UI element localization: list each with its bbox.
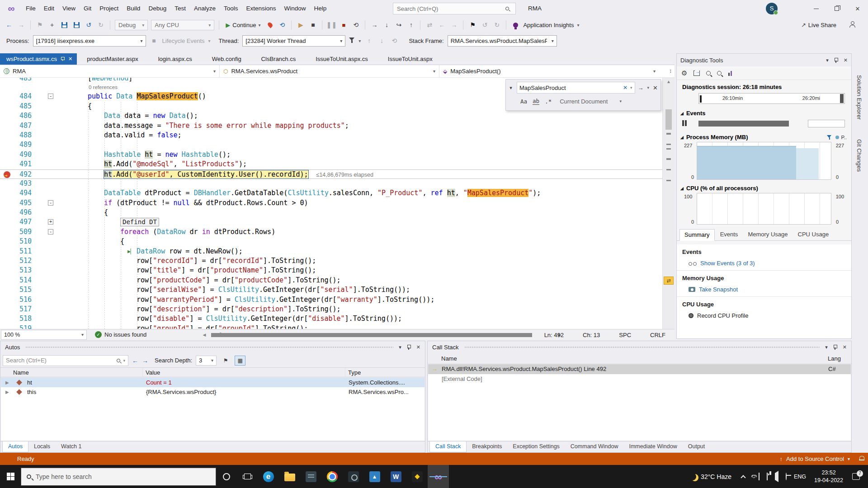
scrollbar-thumb[interactable] [665,109,672,130]
action-center-button[interactable]: 7 [852,473,860,480]
navigate-back-button[interactable]: ← [5,20,14,29]
add-user-icon[interactable] [849,21,855,29]
code-line-514[interactable]: 514row["productCode"] = dr["productCode"… [0,276,662,285]
document-tab-login.aspx.cs[interactable]: login.aspx.cs [148,53,202,65]
code-line-516[interactable]: 516row["warrantyPeriod"] = ClsUtility.Ge… [0,295,662,305]
export-icon[interactable] [693,70,700,76]
panel-menu-icon[interactable]: ▾ [399,344,401,350]
column-type[interactable]: Type [348,369,361,376]
prev-bookmark-button[interactable]: ↺ [480,20,489,29]
solution-platform-dropdown[interactable]: Any CPU ▾ [151,20,214,30]
code-line-519[interactable]: 519row["groupId"] = dr["groupId"].ToStri… [0,324,662,329]
quick-search-input[interactable]: Search (Ctrl+Q) [393,3,516,14]
restart-app-button[interactable]: ⟲ [278,20,287,29]
column-name[interactable]: Name [441,355,457,362]
menu-test[interactable]: Test [170,0,190,17]
expander-icon[interactable]: ▶ [5,378,9,387]
zoom-dropdown[interactable]: 100 % ▾ [1,330,87,340]
save-button[interactable] [60,20,69,29]
code-line-511[interactable]: 511▶▏DataRow row = dt.NewRow(); [0,247,662,256]
variable-value[interactable]: {RMA.Services.wsProduct} [146,387,216,397]
save-all-button[interactable] [72,20,81,29]
code-line-489[interactable]: 489 [0,140,662,150]
filter-threads-button[interactable] [349,38,355,44]
forwards-button[interactable]: → [449,20,458,29]
find-expand-chevron[interactable]: ▾ [507,85,515,91]
web-browser-button[interactable]: ■ [308,20,317,29]
match-case-toggle[interactable]: Aa [520,98,527,105]
taskbar-app-explorer[interactable] [279,465,300,488]
zoom-in-icon[interactable] [706,71,711,75]
document-tab-productmaster.aspx[interactable]: productMaster.aspx [77,53,148,65]
refresh-frames-button[interactable]: ⟲ [390,36,399,45]
stack-frame-row[interactable]: →RMA.dll!RMA.Services.wsProduct.MapSales… [428,364,851,374]
backwards-button[interactable]: ← [437,20,446,29]
document-tab-wsproduct.asmx.cs[interactable]: wsProduct.asmx.cs✕ [0,53,77,65]
show-events-link[interactable]: Show Events (3 of 3) [677,258,851,270]
panel-tab-exception-settings[interactable]: Exception Settings [507,441,565,452]
restore-button[interactable] [826,0,847,17]
hidden-icons-chevron[interactable] [741,475,745,480]
open-file-button[interactable]: + [47,20,57,29]
solution-configuration-dropdown[interactable]: Debug ▾ [115,20,148,30]
panel-tab-command-window[interactable]: Command Window [565,441,624,452]
notifications-button[interactable] [859,455,864,462]
variable-row-ht[interactable]: ▶htCount = 1System.Collections.... [1,378,425,387]
application-insights-label[interactable]: Application Insights [523,22,574,28]
close-icon[interactable]: ✕ [843,344,847,350]
navigate-forward-button[interactable]: → [17,20,26,29]
break-all-button[interactable]: ❚❚ [327,20,336,29]
gear-icon[interactable]: ⚙ [681,69,687,77]
stack-frame-row[interactable]: [External Code] [428,374,851,384]
record-cpu-link[interactable]: Record CPU Profile [677,310,851,323]
add-to-source-control-button[interactable]: ↑ Add to Source Control ▾ [780,455,850,462]
column-name[interactable]: Name [13,369,29,376]
diag-tab-cpu-usage[interactable]: CPU Usage [793,229,834,240]
taskbar-app-vs[interactable]: ∞ [428,465,449,488]
language-indicator[interactable]: ENG [794,474,806,480]
weather-label[interactable]: 32°C Haze [701,473,731,480]
battery-tray-icon[interactable] [767,473,768,480]
menu-analyze[interactable]: Analyze [190,0,220,17]
line-numbers-button[interactable]: ⇄ [425,20,434,29]
redo-button[interactable]: ↻ [96,20,105,29]
next-frame-button[interactable]: ↓ [377,36,386,45]
process-dropdown[interactable]: [17916] iisexpress.exe ▾ [33,35,146,47]
project-dropdown[interactable]: RMA ▾ [0,65,220,77]
panel-menu-icon[interactable]: ▾ [826,57,829,63]
code-line-515[interactable]: 515row["serialWise"] = ClsUtility.GetInt… [0,285,662,295]
next-bookmark-button[interactable]: ↻ [492,20,501,29]
code-editor[interactable]: 483[WebMethod]0 references484-public Dat… [0,78,662,329]
code-line-490[interactable]: 490Hashtable ht = new Hashtable(); [0,150,662,160]
taskbar-app-edge[interactable]: e [258,465,279,488]
menu-view[interactable]: View [58,0,80,17]
panel-tab-watch-1[interactable]: Watch 1 [56,441,87,452]
perf-tip[interactable]: ≤14,86,679ms elapsed [316,172,373,178]
code-line-491[interactable]: 491ht.Add("@modeSql", "ListProducts"); [0,160,662,169]
lifecycle-events-label[interactable]: Lifecycle Events [162,38,205,44]
network-tray-icon[interactable] [786,473,787,480]
code-line-518[interactable]: 518row["disable"] = ClsUtility.GetIntege… [0,314,662,324]
member-dropdown[interactable]: ⬙ MapSalesProduct() ▾ [439,65,659,77]
editor-horizontal-scrollbar[interactable]: ◀ ▶ [201,332,563,338]
split-editor-button[interactable]: ↕ [669,68,672,74]
flag-threads-button[interactable]: ⚑ [220,356,231,366]
scrollbar-settings-badge[interactable]: ⇄ [664,277,674,285]
prev-frame-button[interactable]: ↑ [364,36,373,45]
column-separator[interactable] [345,368,345,377]
taskbar-app-dark3[interactable] [406,465,428,488]
code-line-497[interactable]: 497+Defind DT [0,217,662,227]
taskbar-app-dark2[interactable] [343,465,364,488]
menu-help[interactable]: Help [310,0,331,17]
code-line-493[interactable]: 493 [0,179,662,188]
document-tab-web.config[interactable]: Web.config [202,53,251,65]
sidebar-tab-solution-explorer[interactable]: Solution Explorer [856,75,863,120]
taskbar-app-dark1[interactable] [300,465,321,488]
new-project-button[interactable]: ⚑ [35,20,44,29]
menu-build[interactable]: Build [123,0,144,17]
menu-window[interactable]: Window [280,0,310,17]
code-line-495[interactable]: 495-if (dtProduct != null && dtProduct.R… [0,198,662,208]
filter-icon[interactable] [827,135,832,140]
type-dropdown[interactable]: ⬡ RMA.Services.wsProduct ▾ [220,65,439,77]
zoom-out-icon[interactable] [717,71,722,75]
